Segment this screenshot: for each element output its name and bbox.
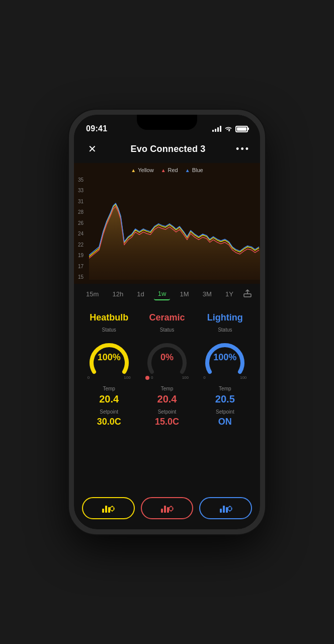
ceramic-gauge-scale: 0 100 bbox=[144, 375, 190, 380]
legend-red: ▲ Red bbox=[161, 167, 178, 173]
close-icon: ✕ bbox=[88, 143, 97, 155]
time-btn-1w[interactable]: 1w bbox=[154, 288, 171, 300]
ceramic-setpoint-value: 15.0C bbox=[155, 417, 179, 427]
heatbulb-status-label: Status bbox=[102, 327, 116, 333]
svg-rect-1 bbox=[102, 509, 104, 513]
heatbulb-column: Heatbulb Status 100% 0 100 bbox=[80, 312, 138, 489]
bar-settings-icon-yellow bbox=[101, 503, 115, 514]
y-label-26: 26 bbox=[78, 220, 84, 226]
legend-yellow: ▲ Yellow bbox=[131, 167, 153, 173]
chart-legend: ▲ Yellow ▲ Red ▲ Blue bbox=[131, 167, 203, 173]
ceramic-column: Ceramic Status 0% 0 bbox=[138, 312, 196, 489]
heatbulb-temp-label: Temp bbox=[103, 386, 115, 391]
ceramic-title: Ceramic bbox=[149, 312, 185, 323]
lighting-title: Lighting bbox=[207, 312, 243, 323]
heatbulb-btn-icon bbox=[101, 503, 115, 514]
time-btn-1m[interactable]: 1M bbox=[176, 288, 193, 300]
lighting-temp-value: 20.5 bbox=[215, 393, 235, 405]
page-title: Evo Connected 3 bbox=[131, 144, 206, 154]
time-btn-3m[interactable]: 3M bbox=[199, 288, 216, 300]
lighting-gauge-min: 0 bbox=[203, 375, 205, 380]
lighting-control-button[interactable] bbox=[199, 497, 252, 519]
ceramic-temp-value: 20.4 bbox=[157, 393, 177, 405]
y-label-22: 22 bbox=[78, 242, 84, 248]
heatbulb-gauge-min: 0 bbox=[88, 375, 90, 380]
lighting-column: Lighting Status 100% 0 100 Temp 20. bbox=[196, 312, 254, 489]
ceramic-status-label: Status bbox=[160, 327, 174, 333]
heatbulb-gauge-value: 100% bbox=[98, 352, 121, 363]
svg-rect-2 bbox=[105, 506, 107, 513]
legend-blue-icon: ▲ bbox=[185, 168, 190, 173]
phone-frame: 09:41 bbox=[69, 110, 265, 534]
legend-red-label: Red bbox=[168, 167, 178, 173]
lighting-setpoint-value: ON bbox=[218, 417, 232, 427]
legend-blue-label: Blue bbox=[192, 167, 203, 173]
lighting-gauge-value: 100% bbox=[213, 352, 236, 363]
ceramic-gauge-value: 0% bbox=[160, 352, 174, 363]
heatbulb-gauge[interactable]: 100% 0 100 bbox=[87, 337, 132, 382]
y-label-28: 28 bbox=[78, 209, 84, 215]
y-label-31: 31 bbox=[78, 199, 84, 204]
wifi-icon bbox=[224, 126, 232, 132]
legend-yellow-label: Yellow bbox=[138, 167, 153, 173]
svg-rect-9 bbox=[161, 509, 163, 513]
heatbulb-control-button[interactable] bbox=[82, 497, 135, 519]
bar-settings-icon-blue bbox=[219, 503, 233, 514]
heatbulb-setpoint-value: 30.0C bbox=[97, 417, 121, 427]
svg-rect-3 bbox=[108, 507, 110, 513]
heatbulb-setpoint-label: Setpoint bbox=[100, 409, 118, 415]
y-label-33: 33 bbox=[78, 188, 84, 193]
ceramic-gauge-max: 100 bbox=[182, 375, 189, 380]
more-icon: ••• bbox=[236, 144, 250, 154]
chart-container: ▲ Yellow ▲ Red ▲ Blue 35 33 31 28 26 bbox=[74, 163, 260, 284]
chart-y-axis: 35 33 31 28 26 24 22 19 17 15 bbox=[78, 177, 84, 280]
bottom-buttons bbox=[74, 493, 260, 529]
legend-yellow-icon: ▲ bbox=[131, 168, 136, 173]
time-btn-12h[interactable]: 12h bbox=[108, 288, 127, 300]
lighting-gauge[interactable]: 100% 0 100 bbox=[202, 337, 247, 382]
legend-red-icon: ▲ bbox=[161, 168, 166, 173]
signal-bar-1 bbox=[212, 130, 214, 132]
lighting-gauge-scale: 0 100 bbox=[202, 375, 247, 380]
phone-inner: 09:41 bbox=[74, 115, 260, 529]
heatbulb-temp-value: 20.4 bbox=[99, 393, 119, 405]
close-button[interactable]: ✕ bbox=[84, 141, 100, 157]
battery-fill bbox=[237, 127, 246, 131]
y-label-19: 19 bbox=[78, 253, 84, 258]
time-btn-1d[interactable]: 1d bbox=[133, 288, 148, 300]
y-label-15: 15 bbox=[78, 274, 84, 280]
status-icons bbox=[212, 126, 248, 132]
ceramic-temp-label: Temp bbox=[161, 386, 173, 391]
bar-settings-icon-red bbox=[160, 503, 174, 514]
svg-rect-17 bbox=[220, 509, 222, 513]
y-label-17: 17 bbox=[78, 264, 84, 269]
time-btn-15m[interactable]: 15m bbox=[82, 288, 103, 300]
controls-grid: Heatbulb Status 100% 0 100 bbox=[74, 304, 260, 493]
svg-rect-0 bbox=[244, 294, 251, 297]
export-icon bbox=[243, 289, 252, 298]
ceramic-gauge-min: 0 bbox=[145, 375, 153, 380]
ceramic-control-button[interactable] bbox=[141, 497, 194, 519]
export-button[interactable] bbox=[243, 289, 252, 300]
status-time: 09:41 bbox=[86, 124, 107, 133]
lighting-status-label: Status bbox=[218, 327, 232, 333]
svg-rect-18 bbox=[223, 506, 225, 513]
battery-tip bbox=[248, 128, 249, 130]
signal-bar-2 bbox=[215, 129, 216, 132]
notch bbox=[137, 115, 197, 130]
chart-svg bbox=[89, 177, 260, 280]
more-button[interactable]: ••• bbox=[236, 144, 250, 154]
legend-blue: ▲ Blue bbox=[185, 167, 203, 173]
svg-rect-11 bbox=[167, 507, 169, 513]
ceramic-setpoint-label: Setpoint bbox=[158, 409, 177, 415]
ceramic-btn-icon bbox=[160, 503, 174, 514]
ceramic-gauge[interactable]: 0% 0 100 bbox=[144, 337, 190, 382]
time-btn-1y[interactable]: 1Y bbox=[221, 288, 237, 300]
lighting-gauge-max: 100 bbox=[240, 375, 246, 380]
heatbulb-gauge-max: 100 bbox=[124, 375, 130, 380]
header: ✕ Evo Connected 3 ••• bbox=[74, 137, 260, 163]
y-label-35: 35 bbox=[78, 177, 84, 183]
time-range-selector: 15m 12h 1d 1w 1M 3M 1Y bbox=[74, 284, 260, 304]
svg-rect-10 bbox=[164, 506, 166, 513]
signal-bar-4 bbox=[220, 126, 221, 132]
